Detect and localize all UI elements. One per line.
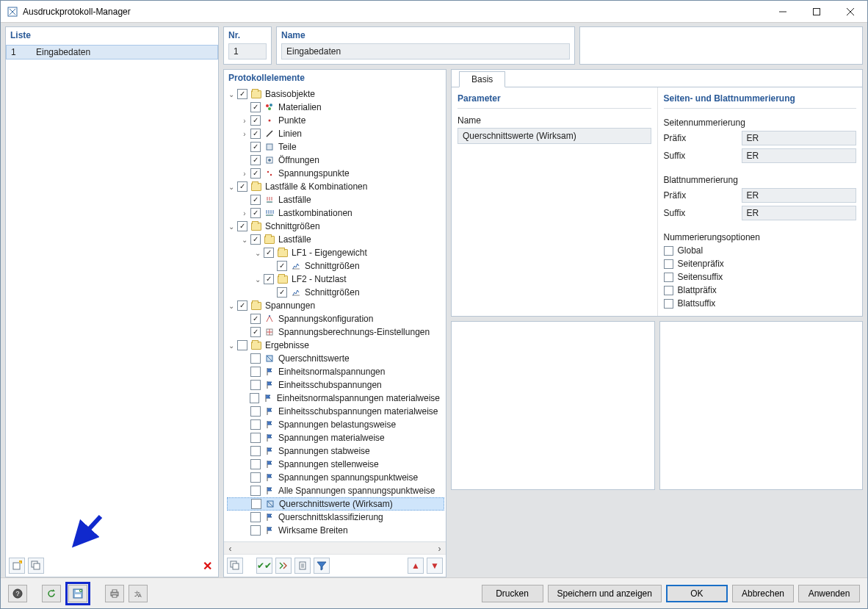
tree-checkbox[interactable] [250, 367, 261, 377]
tree-item[interactable]: ·Querschnittswerte (Wirksam) [227, 497, 444, 511]
save-button[interactable] [68, 585, 87, 602]
tree-uncheck-all-button[interactable] [275, 558, 292, 574]
chevron-down-icon[interactable]: ⌄ [227, 342, 236, 350]
tree-checkbox[interactable] [250, 168, 261, 179]
checkbox[interactable] [664, 259, 673, 269]
tree-item[interactable]: ·Teile [227, 140, 444, 154]
tree-item[interactable]: ⌄LF2 - Nutzlast [227, 273, 444, 286]
chevron-down-icon[interactable]: ⌄ [253, 249, 262, 257]
numbering-option[interactable]: Global [664, 244, 857, 257]
chevron-right-icon[interactable]: › [240, 209, 249, 217]
tree-item[interactable]: ·Alle Spannungen spannungspunktweise [227, 484, 444, 497]
tree-checkbox[interactable] [251, 499, 261, 509]
tree-checkbox[interactable] [250, 314, 261, 324]
chevron-right-icon[interactable]: › [240, 130, 249, 138]
chevron-down-icon[interactable]: ⌄ [227, 183, 236, 191]
cancel-button[interactable]: Abbrechen [732, 585, 794, 602]
list-body[interactable]: 1 Eingabedaten [6, 45, 218, 555]
tree-checkbox[interactable] [250, 472, 261, 483]
tree-checkbox[interactable] [264, 248, 274, 258]
help-button[interactable]: ? [8, 585, 27, 602]
sheet-prefix-input[interactable]: ER [742, 188, 857, 203]
tree-checkbox[interactable] [250, 486, 261, 496]
parameter-name-value[interactable]: Querschnittswerte (Wirksam) [457, 128, 651, 144]
tree-item[interactable]: ·Spannungsberechnungs-Einstellungen [227, 325, 444, 339]
save-and-show-button[interactable]: Speichern und anzeigen [548, 585, 662, 602]
tree-checkbox[interactable] [250, 155, 261, 165]
tree-checkbox[interactable] [277, 261, 287, 271]
tree-item[interactable]: ·Lastfälle [227, 193, 444, 206]
tree-checkbox[interactable] [237, 300, 247, 311]
translate-button[interactable]: 文A [129, 585, 148, 602]
tree-move-up-button[interactable] [408, 558, 424, 574]
new-protocol-button[interactable] [9, 558, 25, 574]
apply-button[interactable]: Anwenden [798, 585, 860, 602]
tree-checkbox[interactable] [237, 89, 247, 99]
tree-item[interactable]: ·Materialien [227, 101, 444, 114]
tree-move-down-button[interactable] [427, 558, 443, 574]
tree-item[interactable]: ›Lastkombinationen [227, 206, 444, 220]
tree-checkbox[interactable] [250, 129, 261, 139]
duplicate-protocol-button[interactable] [28, 558, 44, 574]
tree-checkbox[interactable] [250, 115, 261, 126]
tree-item[interactable]: ·Schnittgrößen [227, 259, 444, 273]
tree-checkbox[interactable] [250, 525, 261, 536]
minimize-button[interactable] [766, 1, 800, 23]
checkbox[interactable] [664, 299, 673, 309]
chevron-down-icon[interactable]: ⌄ [227, 302, 236, 310]
chevron-down-icon[interactable]: ⌄ [240, 236, 249, 244]
tree-checkbox[interactable] [237, 221, 247, 231]
tree-item[interactable]: ·Einheitsschubspannungen [227, 378, 444, 392]
tree-item[interactable]: ·Spannungen spannungspunktweise [227, 471, 444, 484]
tab-basis[interactable]: Basis [459, 71, 505, 87]
delete-protocol-button[interactable]: ✕ [199, 558, 215, 574]
page-suffix-input[interactable]: ER [742, 148, 857, 163]
tree-item[interactable]: ·Öffnungen [227, 154, 444, 167]
tree-item[interactable]: ⌄Schnittgrößen [227, 220, 444, 233]
page-prefix-input[interactable]: ER [742, 131, 857, 145]
tree-item[interactable]: ·Spannungen materialweise [227, 431, 444, 444]
chevron-down-icon[interactable]: ⌄ [227, 90, 236, 98]
tree-checkbox[interactable] [250, 353, 261, 364]
tree-checkbox[interactable] [264, 274, 274, 284]
tree-item[interactable]: ⌄Lastfälle & Kombinationen [227, 180, 444, 193]
tree-item[interactable]: ›Punkte [227, 114, 444, 127]
tree-item[interactable]: ·Spannungen belastungsweise [227, 418, 444, 431]
chevron-right-icon[interactable]: › [240, 117, 249, 125]
tree-checkbox[interactable] [250, 393, 260, 403]
print-button[interactable]: Drucken [482, 585, 543, 602]
maximize-button[interactable] [800, 1, 833, 23]
tree-item[interactable]: ·Querschnittsklassifizierung [227, 511, 444, 524]
tree-item[interactable]: ⌄Spannungen [227, 299, 444, 312]
tree-checkbox[interactable] [277, 287, 287, 298]
print-settings-button[interactable] [105, 585, 124, 602]
tree-checkbox[interactable] [250, 459, 261, 469]
tree-item[interactable]: ·Einheitsnormalspannungen [227, 365, 444, 378]
checkbox[interactable] [664, 273, 673, 282]
tree-item[interactable]: ·Spannungskonfiguration [227, 312, 444, 325]
tree-item[interactable]: ·Einheitsschubspannungen materialweise [227, 405, 444, 418]
tree-item[interactable]: ›Spannungspunkte [227, 167, 444, 180]
list-row[interactable]: 1 Eingabedaten [6, 45, 218, 60]
tree-item[interactable]: ·Einheitsnormalspannungen materialweise [227, 392, 444, 405]
name-value[interactable]: Eingabedaten [281, 43, 570, 60]
chevron-right-icon[interactable]: › [240, 170, 249, 178]
tree-hscrollbar[interactable]: ‹› [224, 541, 446, 554]
tree-item[interactable]: ·Querschnittswerte [227, 352, 444, 365]
checkbox[interactable] [664, 246, 673, 256]
tree-item[interactable]: ·Spannungen stellenweise [227, 458, 444, 471]
chevron-down-icon[interactable]: ⌄ [227, 223, 236, 231]
tree-check-all-button[interactable]: ✔✔ [256, 558, 272, 574]
chevron-down-icon[interactable]: ⌄ [253, 275, 262, 284]
tree-clipboard-button[interactable] [294, 558, 311, 574]
tree-item[interactable]: ⌄Ergebnisse [227, 339, 444, 352]
sheet-suffix-input[interactable]: ER [742, 206, 857, 220]
numbering-option[interactable]: Seitenpräfix [664, 257, 857, 270]
tree-checkbox[interactable] [250, 380, 261, 390]
close-button[interactable] [833, 1, 867, 23]
numbering-option[interactable]: Blattpräfix [664, 284, 857, 297]
tree-checkbox[interactable] [250, 512, 261, 522]
tree-checkbox[interactable] [237, 181, 247, 192]
tree-item[interactable]: ›Linien [227, 127, 444, 140]
tree-item[interactable]: ⌄Lastfälle [227, 233, 444, 246]
